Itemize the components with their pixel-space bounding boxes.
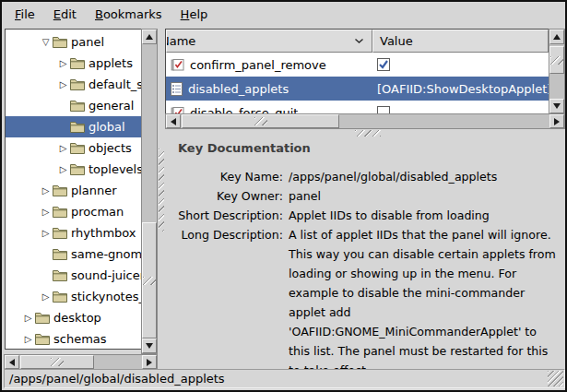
expander-collapsed-icon[interactable]: ▷	[57, 143, 69, 153]
scroll-left-button[interactable]	[166, 114, 181, 128]
sort-indicator-icon	[354, 38, 364, 44]
doc-field-label: Key Owner:	[165, 186, 283, 206]
tree-item-label: applets	[89, 56, 133, 70]
window-resize-grip-icon[interactable]	[548, 371, 563, 386]
scrollbar-thumb[interactable]	[142, 222, 157, 339]
tree-item-label: rhythmbox	[71, 226, 136, 240]
scroll-right-button[interactable]	[549, 114, 564, 128]
tree-item-same-gnome[interactable]: same-gnome	[6, 244, 141, 265]
menu-item-label: elp	[189, 7, 207, 21]
column-header-value[interactable]: Value	[372, 30, 549, 53]
scrollbar-thumb[interactable]	[549, 46, 564, 74]
tree-item-label: schemas	[53, 332, 107, 346]
key-row-confirm_panel_remove[interactable]: confirm_panel_remove	[166, 53, 549, 77]
tree-item-label: planner	[71, 184, 117, 197]
arrow-up-icon	[146, 34, 153, 40]
tree-item-planner[interactable]: ▷planner	[6, 180, 141, 201]
key-list-header: Name Value	[166, 30, 549, 53]
list-key-icon	[171, 82, 183, 96]
statusbar-key-path: /apps/panel/global/disabled_applets	[9, 372, 225, 386]
splitter-grip-icon	[159, 148, 164, 232]
expander-collapsed-icon[interactable]: ▷	[40, 185, 52, 196]
key-row-disabled_applets[interactable]: disabled_applets[OAFIID:ShowDesktopApple…	[166, 77, 549, 101]
folder-icon	[35, 312, 50, 324]
tree-item-global[interactable]: global	[6, 116, 141, 137]
scroll-down-button[interactable]	[142, 339, 157, 353]
list-horizontal-scrollbar[interactable]	[165, 113, 565, 129]
scroll-up-button[interactable]	[549, 30, 564, 44]
tree-item-desktop[interactable]: ▷desktop	[6, 307, 141, 328]
expander-collapsed-icon[interactable]: ▷	[40, 207, 52, 217]
folder-icon	[53, 36, 67, 48]
tree-horizontal-scrollbar[interactable]	[4, 354, 158, 370]
expander-collapsed-icon[interactable]: ▷	[22, 334, 34, 344]
tree-item-label: sound-juicer	[71, 268, 141, 282]
folder-icon	[70, 100, 85, 112]
arrow-right-icon	[147, 359, 152, 366]
key-value-cell: [OAFIID:ShowDesktopApplet]	[372, 82, 549, 96]
tree-item-sound-juicer[interactable]: sound-juicer	[6, 265, 141, 286]
arrow-left-icon	[171, 118, 176, 125]
menu-item-label: dit	[61, 7, 77, 21]
tree-item-label: global	[89, 120, 125, 134]
tree-item-rhythmbox[interactable]: ▷rhythmbox	[6, 222, 141, 244]
key-value-text: [OAFIID:ShowDesktopApplet]	[377, 82, 549, 96]
menu-edit[interactable]: Edit	[44, 4, 86, 25]
doc-field-label: Long Description:	[165, 225, 283, 369]
doc-field-value: panel	[289, 186, 560, 206]
expander-expanded-icon[interactable]: ▽	[40, 37, 52, 47]
menu-item-mnemonic: H	[181, 7, 190, 21]
menu-item-label: ookmarks	[103, 7, 162, 21]
expander-collapsed-icon[interactable]: ▷	[57, 58, 69, 68]
expander-collapsed-icon[interactable]: ▷	[57, 79, 69, 89]
doc-field-label: Short Description:	[165, 206, 283, 225]
expander-collapsed-icon[interactable]: ▷	[22, 313, 34, 323]
doc-field-label: Key Name:	[165, 167, 283, 186]
tree-item-stickynotes_applet[interactable]: ▷stickynotes_applet	[6, 286, 141, 307]
menu-help[interactable]: Help	[171, 4, 218, 25]
menu-item-label: ile	[21, 7, 35, 21]
scrollbar-thumb[interactable]	[20, 355, 94, 369]
column-header-name[interactable]: Name	[166, 30, 372, 53]
scroll-up-button[interactable]	[142, 30, 157, 44]
folder-icon	[35, 333, 50, 345]
menu-file[interactable]: File	[6, 4, 44, 25]
gconf-editor-window: FileEditBookmarksHelp ▽panel▷applets▷def…	[0, 0, 567, 392]
tree-item-objects[interactable]: ▷objects	[6, 137, 141, 159]
expander-collapsed-icon[interactable]: ▷	[40, 228, 52, 238]
thumb-grip-icon	[254, 117, 267, 125]
value-checkbox[interactable]	[377, 58, 390, 71]
folder-icon	[53, 248, 67, 260]
key-name-label: confirm_panel_remove	[190, 58, 326, 72]
menu-bookmarks[interactable]: Bookmarks	[86, 4, 171, 25]
expander-collapsed-icon[interactable]: ▷	[40, 291, 52, 302]
doc-field-value: Applet IIDs to disable from loading	[289, 206, 560, 225]
tree-vertical-scrollbar[interactable]	[141, 29, 158, 354]
key-list-rows: confirm_panel_removedisabled_applets[OAF…	[166, 53, 549, 115]
doc-field-value: /apps/panel/global/disabled_applets	[289, 167, 560, 186]
tree-item-applets[interactable]: ▷applets	[6, 53, 141, 74]
splitter-grip-icon	[355, 130, 381, 137]
tree-item-default_setup[interactable]: ▷default_setup	[6, 74, 141, 95]
scroll-left-button[interactable]	[5, 355, 19, 369]
thumb-grip-icon	[51, 358, 64, 366]
key-name-cell: confirm_panel_remove	[166, 58, 372, 72]
tree-item-procman[interactable]: ▷procman	[6, 201, 141, 222]
list-vertical-scrollbar[interactable]	[549, 29, 565, 114]
folder-icon	[53, 227, 67, 239]
tree-item-label: same-gnome	[71, 247, 141, 261]
tree-item-toplevels[interactable]: ▷toplevels	[6, 159, 141, 180]
tree-item-label: default_setup	[89, 77, 141, 91]
tree-item-panel[interactable]: ▽panel	[6, 31, 141, 53]
tree-item-schemas[interactable]: ▷schemas	[6, 328, 141, 350]
scrollbar-thumb[interactable]	[182, 114, 339, 128]
expander-collapsed-icon[interactable]: ▷	[57, 164, 69, 174]
tree-item-label: toplevels	[89, 162, 141, 176]
key-name-cell: disabled_applets	[166, 82, 372, 96]
scroll-down-button[interactable]	[549, 99, 564, 113]
scroll-right-button[interactable]	[142, 355, 157, 369]
thumb-grip-icon	[550, 56, 563, 65]
tree-item-general[interactable]: general	[6, 95, 141, 116]
tree-item-label: stickynotes_applet	[71, 290, 141, 303]
vertical-pane-splitter[interactable]	[158, 29, 165, 370]
